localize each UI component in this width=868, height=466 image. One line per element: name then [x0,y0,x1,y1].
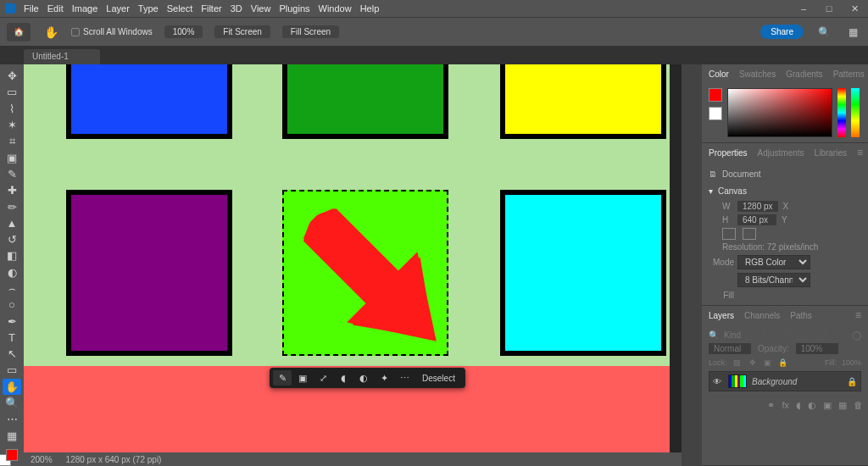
lasso-tool[interactable]: ⌇ [3,101,21,117]
filter-pixel-icon[interactable] [746,330,758,340]
tab-color[interactable]: Color [709,69,729,79]
bit-depth-select[interactable]: 8 Bits/Channel [737,273,810,287]
home-button[interactable]: 🏠 [7,23,31,42]
filter-shape-icon[interactable] [797,330,809,340]
blur-tool[interactable]: ⌢ [3,280,21,297]
frame-tool[interactable]: ▣ [3,149,21,165]
menu-image[interactable]: Image [72,3,98,14]
ctx-brush-icon[interactable]: ✎ [273,370,292,386]
tools-more-icon[interactable]: ⋯ [3,411,21,427]
eyedropper-tool[interactable]: ✎ [3,166,21,182]
deselect-button[interactable]: Deselect [415,374,462,383]
status-zoom[interactable]: 200% [31,455,53,464]
hue-alt-slider[interactable] [851,88,860,137]
menu-filter[interactable]: Filter [201,3,221,14]
marquee-tool[interactable]: ▭ [3,84,21,100]
orientation-portrait-icon[interactable] [722,228,736,240]
share-button[interactable]: Share [760,25,804,39]
link-layers-icon[interactable]: ⚭ [767,400,775,411]
chevron-down-icon[interactable]: ▾ [709,186,713,196]
menu-view[interactable]: View [251,3,271,14]
brush-tool[interactable]: ✏ [3,198,21,214]
filter-smart-icon[interactable] [814,330,826,340]
canvas[interactable]: ✎ ▣ ⤢ ◖ ◐ ✦ ⋯ Deselect [24,64,670,452]
filter-adjust-icon[interactable] [763,330,775,340]
type-tool[interactable]: T [3,330,21,346]
fill-opacity-field[interactable]: 100% [842,358,861,367]
lock-pixels-icon[interactable]: ▨ [732,358,743,368]
color-mode-select[interactable]: RGB Color [737,255,810,269]
background-color[interactable] [709,107,722,120]
path-tool[interactable]: ↖ [3,346,21,362]
zoom-level[interactable]: 100% [164,25,203,38]
document-tab[interactable]: Untitled-1 [24,49,100,64]
foreground-color[interactable] [709,88,722,102]
filter-toggle-icon[interactable]: ◯ [852,330,861,340]
scroll-all-checkbox[interactable] [71,28,80,36]
width-field[interactable]: 1280 px [737,201,778,212]
tab-patterns[interactable]: Patterns [833,69,865,79]
visibility-icon[interactable]: 👁 [713,377,723,386]
layer-name[interactable]: Background [752,377,797,386]
foreground-swatch[interactable] [6,449,18,461]
ctx-more-icon[interactable]: ⋯ [395,370,414,386]
panel-menu-icon[interactable]: ≡ [855,309,861,321]
new-layer-icon[interactable]: ▦ [838,400,847,411]
pen-tool[interactable]: ✒ [3,313,21,329]
window-minimize[interactable]: – [795,3,812,14]
tab-adjustments[interactable]: Adjustments [758,148,804,158]
opacity-field[interactable]: 100% [796,343,838,354]
stamp-tool[interactable]: ▲ [3,215,21,231]
layer-search-icon[interactable]: 🔍 [709,330,719,340]
eraser-tool[interactable]: ◧ [3,247,21,264]
tab-libraries[interactable]: Libraries [815,148,847,158]
tab-gradients[interactable]: Gradients [786,69,822,79]
gradient-tool[interactable]: ◐ [3,264,21,280]
menu-type[interactable]: Type [138,3,159,14]
ctx-fill-icon[interactable]: ◐ [354,370,373,386]
lock-position-icon[interactable]: ✥ [748,358,758,368]
edit-toolbar-icon[interactable]: ▦ [3,428,21,444]
tab-channels[interactable]: Channels [744,311,780,320]
blend-mode-select[interactable]: Normal [709,343,751,354]
menu-window[interactable]: Window [319,3,352,14]
move-tool[interactable]: ✥ [3,68,21,84]
fit-screen-button[interactable]: Fit Screen [214,25,270,38]
group-icon[interactable]: ▣ [823,400,832,411]
menu-file[interactable]: File [24,3,39,14]
adjustment-layer-icon[interactable]: ◐ [808,400,816,411]
lock-artboard-icon[interactable]: ▣ [763,358,773,368]
crop-tool[interactable]: ⌗ [3,133,21,149]
layer-filter-kind[interactable]: Kind [724,330,741,340]
hand-tool-icon[interactable]: ✋ [42,24,59,41]
ctx-transform-icon[interactable]: ⤢ [314,370,332,386]
ctx-mask-icon[interactable]: ◖ [334,370,353,386]
menu-select[interactable]: Select [167,3,193,14]
tab-properties[interactable]: Properties [709,148,748,158]
dock-collapsed-strip[interactable] [682,64,702,466]
menu-layer[interactable]: Layer [106,3,130,14]
healing-tool[interactable]: ✚ [3,182,21,198]
dodge-tool[interactable]: ○ [3,297,21,313]
tab-swatches[interactable]: Swatches [739,69,776,79]
zoom-tool[interactable]: 🔍 [3,395,21,411]
color-picker-field[interactable] [727,88,832,137]
lock-all-icon[interactable]: 🔒 [778,358,788,368]
orientation-landscape-icon[interactable] [743,228,756,240]
ctx-gen-icon[interactable]: ✦ [375,370,393,386]
fill-screen-button[interactable]: Fill Screen [282,25,339,38]
menu-help[interactable]: Help [360,3,380,14]
window-maximize[interactable]: □ [821,3,837,14]
shape-tool[interactable]: ▭ [3,362,21,378]
filter-type-icon[interactable] [780,330,792,340]
window-close[interactable]: ✕ [846,3,863,14]
menu-edit[interactable]: Edit [47,3,64,14]
ctx-select-subject-icon[interactable]: ▣ [293,370,312,386]
lock-icon[interactable]: 🔒 [847,377,857,386]
layer-style-icon[interactable]: fx [782,400,789,411]
tab-paths[interactable]: Paths [790,311,812,320]
workspace-icon[interactable]: ▦ [844,24,861,41]
history-brush-tool[interactable]: ↺ [3,231,21,247]
panel-menu-icon[interactable]: ≡ [857,147,863,158]
menu-plugins[interactable]: Plugins [279,3,309,14]
